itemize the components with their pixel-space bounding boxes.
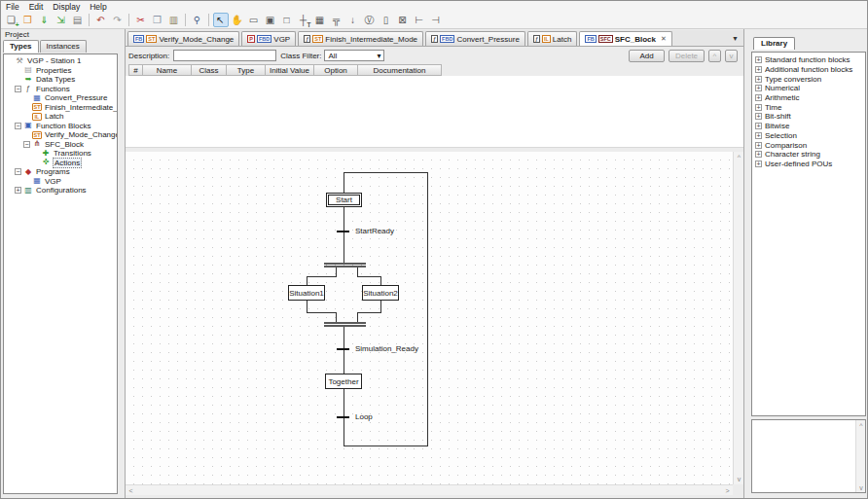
scroll-left-icon[interactable]: <: [126, 485, 136, 496]
tree-item-convert-pressure[interactable]: ▦Convert_Pressure: [4, 93, 117, 103]
contact-tool-icon[interactable]: ⊣: [428, 13, 444, 27]
editor-tab-latch[interactable]: ƒILLatch: [527, 31, 578, 46]
tree-item-function-blocks[interactable]: −▣Function Blocks: [4, 122, 117, 131]
library-item-comparison[interactable]: +Comparison: [752, 140, 865, 150]
expand-icon[interactable]: +: [755, 142, 762, 149]
expand-icon[interactable]: +: [755, 160, 762, 167]
scroll-right-icon[interactable]: >: [722, 485, 733, 496]
tree-item-properties[interactable]: ▤Properties: [4, 66, 117, 76]
canvas-vertical-scrollbar[interactable]: ^ v: [733, 152, 743, 484]
expand-icon[interactable]: +: [755, 76, 762, 83]
expand-icon[interactable]: +: [755, 151, 762, 158]
sfc-step-situation2[interactable]: Situation2: [362, 285, 399, 301]
expand-icon[interactable]: +: [755, 85, 762, 91]
library-item-type-conversion[interactable]: +Type conversion: [752, 74, 865, 84]
editor-tab-sfc-block[interactable]: FBSFCSFC_Block✕: [579, 31, 671, 46]
scroll-up-icon[interactable]: ^: [734, 152, 744, 162]
editor-tab-convert-pressure[interactable]: ƒFBDConvert_Pressure: [425, 31, 525, 46]
tree-item-vgp[interactable]: ▦VGP: [4, 177, 117, 187]
menu-file[interactable]: File: [1, 2, 24, 12]
expand-icon[interactable]: +: [755, 123, 762, 129]
tree-item-sfc-block[interactable]: −⋔SFC_Block: [4, 140, 117, 150]
tree-item-programs[interactable]: −◆Programs: [4, 167, 117, 177]
expand-icon[interactable]: +: [755, 113, 762, 120]
copy-icon[interactable]: ❐: [150, 13, 165, 27]
editor-tab-finish-intermediate-mode[interactable]: ƒSTFinish_Intermediate_Mode: [298, 31, 423, 46]
paste-icon[interactable]: ▥: [166, 13, 182, 27]
sfc-step-situation1[interactable]: Situation1: [288, 285, 325, 301]
close-tab-icon[interactable]: ✕: [661, 35, 667, 43]
expand-icon[interactable]: +: [755, 66, 762, 73]
connection-tool-icon[interactable]: ⊠: [395, 13, 411, 27]
project-tree[interactable]: ⚒VGP - Station 1▤Properties➥Data Types−ƒ…: [3, 53, 118, 494]
power-rail-tool-icon[interactable]: ⊢: [412, 13, 427, 27]
cut-icon[interactable]: ✂: [133, 13, 149, 27]
action-block-tool-icon[interactable]: ▦: [312, 13, 328, 27]
library-item-user-defined-pous[interactable]: +User-defined POUs: [752, 160, 865, 169]
move-up-button[interactable]: ^: [708, 50, 721, 62]
library-item-selection[interactable]: +Selection: [752, 131, 865, 141]
library-item-standard-function-blocks[interactable]: +Standard function blocks: [752, 55, 865, 65]
scroll-down-icon[interactable]: v: [856, 482, 866, 492]
save-as-icon[interactable]: ⇲: [54, 13, 69, 27]
tree-item-data-types[interactable]: ➥Data Types: [4, 75, 117, 85]
search-icon[interactable]: ⚲: [190, 13, 205, 27]
sfc-step-start[interactable]: Start: [326, 193, 362, 207]
initial-step-tool-icon[interactable]: ▣: [263, 13, 278, 27]
collapse-icon[interactable]: −: [15, 86, 21, 92]
save-icon[interactable]: ⇓: [37, 13, 53, 27]
simultaneous-convergence-bar[interactable]: [324, 322, 366, 327]
jump-tool-icon[interactable]: ↓: [345, 13, 361, 27]
transition-startready[interactable]: [337, 231, 349, 232]
sfc-canvas[interactable]: Start StartReady Situation1 Situation2 S…: [126, 152, 733, 484]
tree-item-vgp-station-1[interactable]: ⚒VGP - Station 1: [4, 56, 117, 66]
library-item-character-string[interactable]: +Character string: [752, 150, 865, 160]
menu-help[interactable]: Help: [85, 2, 111, 12]
block-tool-icon[interactable]: ▯: [379, 13, 394, 27]
library-item-arithmetic[interactable]: +Arithmetic: [752, 93, 865, 103]
library-item-additional-function-blocks[interactable]: +Additional function blocks: [752, 65, 865, 75]
variable-tool-icon[interactable]: Ⓥ: [362, 13, 378, 27]
undo-icon[interactable]: ↶: [93, 13, 109, 27]
transition-tool-icon[interactable]: ┼T: [296, 13, 311, 27]
library-item-bit-shift[interactable]: +Bit-shift: [752, 112, 865, 122]
simultaneous-divergence-bar[interactable]: [324, 263, 366, 267]
tree-item-finish-intermediate-mode[interactable]: STFinish_Intermediate_Mode: [4, 103, 117, 113]
scroll-down-icon[interactable]: v: [734, 474, 744, 484]
open-folder-icon[interactable]: ❒: [20, 13, 36, 27]
new-file-icon[interactable]: ❏+: [4, 13, 19, 27]
expand-icon[interactable]: +: [15, 187, 21, 194]
tree-item-actions[interactable]: ✜Actions: [4, 159, 117, 168]
library-tree[interactable]: +Standard function blocks+Additional fun…: [751, 52, 866, 416]
tab-list-dropdown-icon[interactable]: ▼: [732, 35, 739, 42]
select-tool-icon[interactable]: ↖: [213, 13, 229, 27]
library-item-bitwise[interactable]: +Bitwise: [752, 122, 865, 131]
pan-tool-icon[interactable]: ✋: [230, 13, 245, 27]
move-down-button[interactable]: v: [725, 50, 738, 62]
project-tab-types[interactable]: Types: [3, 40, 39, 53]
tree-item-functions[interactable]: −ƒFunctions: [4, 85, 117, 94]
tree-item-latch[interactable]: ILLatch: [4, 112, 117, 122]
collapse-icon[interactable]: −: [15, 123, 21, 129]
transition-simulation-ready[interactable]: [337, 348, 349, 350]
menu-edit[interactable]: Edit: [24, 2, 49, 12]
editor-tab-verify-mode-change[interactable]: FBSTVerify_Mode_Change: [127, 31, 239, 46]
add-button[interactable]: Add: [629, 50, 665, 62]
expand-icon[interactable]: +: [755, 56, 762, 63]
divergence-tool-icon[interactable]: ╦: [329, 13, 344, 27]
project-tab-instances[interactable]: Instances: [40, 40, 87, 53]
collapse-icon[interactable]: −: [15, 168, 21, 175]
sfc-step-together[interactable]: Together: [325, 374, 362, 389]
editor-tab-vgp[interactable]: PFBDVGP: [241, 31, 296, 46]
collapse-icon[interactable]: −: [23, 141, 30, 148]
transition-loop[interactable]: [337, 416, 349, 418]
expand-icon[interactable]: +: [755, 132, 762, 139]
canvas-horizontal-scrollbar[interactable]: < >: [126, 484, 733, 495]
step-tool-icon[interactable]: □: [279, 13, 295, 27]
library-item-numerical[interactable]: +Numerical: [752, 84, 865, 93]
class-filter-select[interactable]: All ▾: [324, 50, 384, 61]
library-item-time[interactable]: +Time: [752, 102, 865, 112]
variable-table-body[interactable]: [126, 76, 743, 147]
delete-button[interactable]: Delete: [669, 50, 705, 62]
comment-tool-icon[interactable]: ▭: [246, 13, 262, 27]
